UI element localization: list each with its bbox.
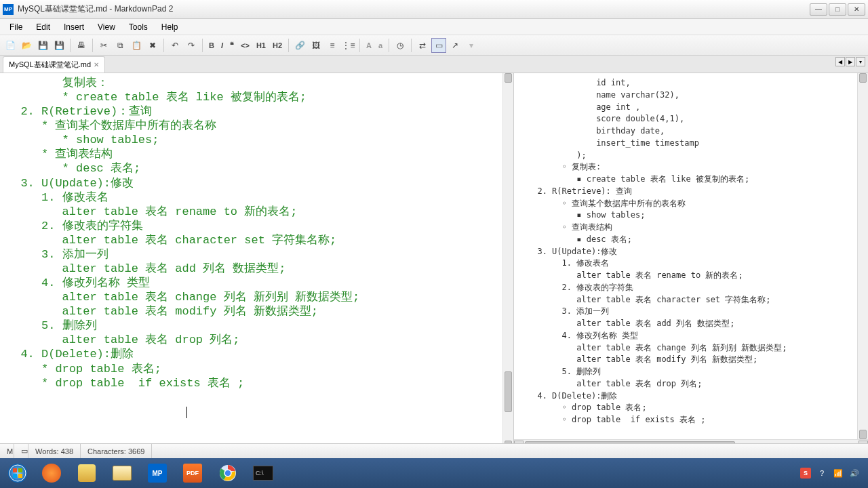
toolbar: 📄 📂 💾 💾 🖶 ✂ ⧉ 📋 ✖ ↶ ↷ B I ❝ <> H1 H2 🔗 🖼… [0,35,868,56]
timestamp-icon[interactable]: ◷ [393,38,408,53]
save-all-icon[interactable]: 💾 [52,38,66,53]
menu-bar: File Edit Insert View Tools Help [0,19,868,35]
network-icon[interactable]: 📶 [833,468,844,479]
taskbar-app-terminal[interactable]: C:\ [247,460,279,486]
menu-help[interactable]: Help [155,21,185,33]
svg-rect-3 [13,474,17,478]
editor-vertical-scrollbar[interactable] [502,73,513,450]
taskbar-app-pdf[interactable]: PDF [176,460,209,486]
print-icon[interactable]: 🖶 [74,38,89,53]
window-title: MySQL基础课堂笔记.md - MarkdownPad 2 [18,3,810,15]
paste-icon[interactable]: 📋 [129,38,144,53]
menu-insert[interactable]: Insert [57,21,91,33]
code-button[interactable]: <> [238,38,252,53]
taskbar-app-explorer[interactable] [106,460,138,486]
app-icon: MP [3,4,14,15]
open-folder-icon[interactable]: 📂 [19,38,34,53]
export-icon[interactable]: ↗ [448,38,462,53]
toggle-icon[interactable]: ⇄ [415,38,430,53]
preview-pane: id int, name varchar(32), age int , scor… [514,73,868,450]
more-icon[interactable]: ▾ [464,38,479,53]
scroll-arrow-down-icon[interactable] [859,430,867,439]
word-count: Words: 438 [28,444,81,458]
redo-icon[interactable]: ↷ [184,38,199,53]
tab-nav-left-icon[interactable]: ◀ [835,57,845,66]
save-icon[interactable]: 💾 [35,38,50,53]
preview-toggle-icon[interactable]: ▭ [431,38,446,53]
maximize-button[interactable]: □ [829,3,846,16]
main-area: 复制表： * create table 表名 like 被复制的表名; 2. R… [0,73,868,450]
svg-rect-4 [18,474,22,478]
svg-point-0 [8,464,27,483]
tab-strip: MySQL基础课堂笔记.md ✕ [0,56,868,73]
status-bar: M ▭ Words: 438 Characters: 3669 [0,443,868,458]
cut-icon[interactable]: ✂ [96,38,111,53]
menu-edit[interactable]: Edit [29,21,57,33]
ul-icon[interactable]: ≡ [325,38,340,53]
tab-label: MySQL基础课堂笔记.md [9,60,91,70]
new-file-icon[interactable]: 📄 [3,38,18,53]
taskbar-app-chrome[interactable] [212,460,244,486]
scroll-arrow-up-icon[interactable] [505,73,512,83]
minimize-button[interactable]: — [810,3,827,16]
menu-tools[interactable]: Tools [122,21,155,33]
volume-icon[interactable]: 🔊 [849,468,860,479]
taskbar-app-media[interactable] [35,460,68,486]
uppercase-button[interactable]: A [363,38,374,53]
markdown-icon: M [0,444,14,458]
image-icon[interactable]: 🖼 [309,38,323,53]
delete-icon[interactable]: ✖ [145,38,160,53]
document-tab[interactable]: MySQL基础课堂笔记.md ✕ [3,56,105,73]
system-tray: S ? 📶 🔊 [800,468,865,479]
preview-content: id int, name varchar(32), age int , scor… [514,73,868,439]
tab-close-icon[interactable]: ✕ [94,61,99,68]
tab-nav-right-icon[interactable]: ▶ [846,57,855,66]
menu-view[interactable]: View [91,21,122,33]
menu-file[interactable]: File [3,21,29,33]
start-button[interactable] [3,460,33,486]
scroll-thumb[interactable] [505,371,512,412]
windows-taskbar: MP PDF C:\ S ? 📶 🔊 [0,458,868,488]
title-bar: MP MySQL基础课堂笔记.md - MarkdownPad 2 — □ ✕ [0,0,868,19]
text-cursor [186,407,187,418]
ol-icon[interactable]: ⋮≡ [341,38,356,53]
svg-rect-2 [18,468,22,472]
undo-icon[interactable]: ↶ [167,38,182,53]
bold-button[interactable]: B [206,38,217,53]
tab-nav-menu-icon[interactable]: ▾ [856,57,865,66]
help-icon[interactable]: ? [816,468,827,479]
char-count: Characters: 3669 [81,444,152,458]
link-icon[interactable]: 🔗 [292,38,307,53]
editor-pane: 复制表： * create table 表名 like 被复制的表名; 2. R… [0,73,514,450]
quote-button[interactable]: ❝ [227,38,237,53]
h2-button[interactable]: H2 [270,38,285,53]
lowercase-button[interactable]: a [376,38,385,53]
taskbar-app-markdownpad[interactable]: MP [141,460,174,486]
scroll-arrow-up-icon[interactable] [859,73,867,83]
svg-rect-1 [13,468,17,472]
copy-icon[interactable]: ⧉ [113,38,127,53]
book-icon: ▭ [14,444,28,458]
taskbar-app-paint[interactable] [71,460,103,486]
italic-button[interactable]: I [218,38,226,53]
close-button[interactable]: ✕ [848,3,865,16]
preview-vertical-scrollbar[interactable] [857,73,868,439]
h1-button[interactable]: H1 [254,38,269,53]
ime-icon[interactable]: S [800,468,811,479]
editor-textarea[interactable]: 复制表： * create table 表名 like 被复制的表名; 2. R… [0,73,513,450]
